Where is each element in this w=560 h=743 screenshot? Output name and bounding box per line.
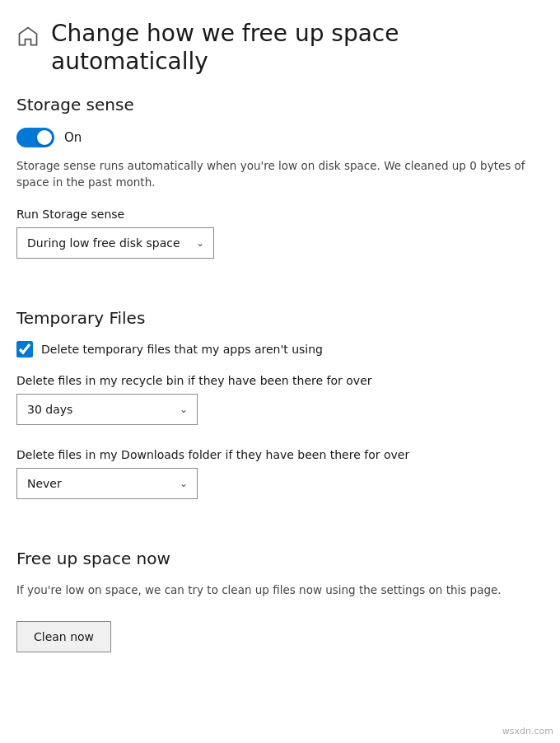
downloads-dropdown-wrapper: Never 1 day 14 days 30 days 60 days ⌄ bbox=[16, 468, 198, 499]
temp-files-title: Temporary Files bbox=[16, 308, 544, 328]
temp-files-section: Temporary Files Delete temporary files t… bbox=[16, 308, 544, 522]
watermark: wsxdn.com bbox=[502, 726, 553, 736]
recycle-bin-label: Delete files in my recycle bin if they h… bbox=[16, 374, 544, 387]
run-storage-sense-dropdown[interactable]: During low free disk space Every day Eve… bbox=[16, 227, 214, 259]
delete-temp-files-row[interactable]: Delete temporary files that my apps aren… bbox=[16, 341, 544, 357]
run-storage-sense-label: Run Storage sense bbox=[16, 208, 544, 221]
recycle-bin-dropdown[interactable]: Never 1 day 14 days 30 days 60 days bbox=[16, 394, 198, 425]
home-icon bbox=[16, 25, 40, 48]
free-space-description: If you're low on space, we can try to cl… bbox=[16, 582, 544, 598]
toggle-label: On bbox=[64, 130, 82, 145]
downloads-folder-label: Delete files in my Downloads folder if t… bbox=[16, 448, 544, 461]
downloads-dropdown[interactable]: Never 1 day 14 days 30 days 60 days bbox=[16, 468, 198, 499]
storage-sense-description: Storage sense runs automatically when yo… bbox=[16, 157, 544, 191]
toggle-row[interactable]: On bbox=[16, 128, 544, 147]
run-storage-sense-dropdown-wrapper: During low free disk space Every day Eve… bbox=[16, 227, 214, 259]
recycle-bin-dropdown-wrapper: Never 1 day 14 days 30 days 60 days ⌄ bbox=[16, 394, 198, 425]
storage-sense-toggle[interactable] bbox=[16, 128, 54, 147]
delete-temp-files-checkbox[interactable] bbox=[16, 341, 33, 357]
clean-now-button[interactable]: Clean now bbox=[16, 621, 111, 652]
page-container: Change how we free up space automaticall… bbox=[0, 0, 560, 697]
delete-temp-files-label: Delete temporary files that my apps aren… bbox=[41, 343, 323, 356]
storage-sense-title: Storage sense bbox=[16, 95, 544, 114]
page-title: Change how we free up space automaticall… bbox=[51, 20, 399, 75]
free-space-title: Free up space now bbox=[16, 549, 544, 568]
storage-sense-section: Storage sense On Storage sense runs auto… bbox=[16, 95, 544, 282]
free-space-section: Free up space now If you're low on space… bbox=[16, 549, 544, 652]
header-row: Change how we free up space automaticall… bbox=[16, 13, 544, 75]
